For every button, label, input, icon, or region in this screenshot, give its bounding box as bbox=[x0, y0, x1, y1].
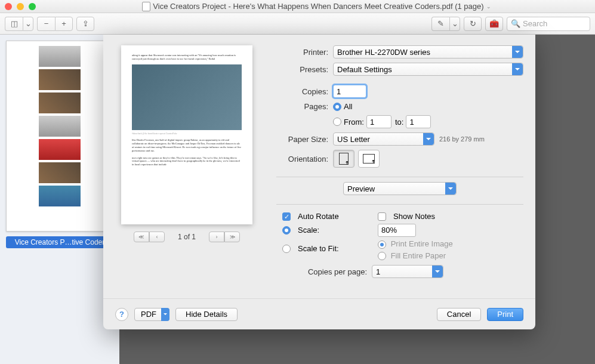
show-notes-label: Show Notes bbox=[393, 212, 435, 221]
titlebar: Vice Creators Project - Here's What Happ… bbox=[0, 0, 595, 13]
print-entire-image-label: Print Entire Image bbox=[391, 239, 453, 248]
dropdown-arrow-icon bbox=[423, 133, 434, 145]
cancel-button[interactable]: Cancel bbox=[437, 308, 481, 321]
show-notes-checkbox[interactable] bbox=[378, 212, 386, 221]
document-icon bbox=[142, 2, 150, 11]
dropdown-arrow-icon bbox=[512, 63, 523, 75]
print-preview: aking it appear that Sherman's avatar wa… bbox=[121, 45, 252, 224]
auto-rotate-label: Auto Rotate bbox=[298, 212, 339, 221]
pages-to-input[interactable] bbox=[406, 115, 431, 128]
orientation-label: Orientation: bbox=[276, 155, 333, 164]
dropdown-arrow-icon bbox=[161, 308, 169, 321]
pages-label: Pages: bbox=[276, 102, 333, 111]
orientation-landscape-button[interactable] bbox=[358, 150, 380, 168]
copies-input[interactable] bbox=[333, 85, 366, 98]
help-button[interactable]: ? bbox=[115, 308, 128, 321]
presets-select[interactable]: Default Settings bbox=[333, 63, 523, 76]
share-button[interactable]: ⇪ bbox=[76, 17, 94, 31]
printer-label: Printer: bbox=[276, 48, 333, 57]
zoom-in-button[interactable]: + bbox=[55, 17, 73, 31]
close-window-button[interactable] bbox=[5, 3, 12, 10]
search-input[interactable]: 🔍 Search bbox=[507, 17, 590, 31]
thumbnail-label: Vice Creators P…tive Coder bbox=[6, 236, 113, 248]
annotate-menu-button[interactable]: ⌄ bbox=[449, 17, 460, 31]
pages-from-radio[interactable] bbox=[333, 118, 341, 126]
print-button[interactable]: Print bbox=[487, 308, 523, 321]
pages-from-label: From: bbox=[344, 118, 364, 127]
dropdown-arrow-icon bbox=[432, 266, 443, 277]
printer-select[interactable]: Brother HL-2270DW series bbox=[333, 45, 523, 58]
orientation-portrait-button[interactable] bbox=[333, 150, 354, 168]
sidebar-toggle-button[interactable]: ◫ bbox=[5, 17, 23, 31]
rotate-button[interactable]: ↻ bbox=[464, 17, 482, 31]
pages-all-radio[interactable] bbox=[333, 103, 341, 111]
section-select[interactable]: Preview bbox=[343, 182, 457, 195]
window-title-text: Vice Creators Project - Here's What Happ… bbox=[153, 2, 483, 11]
dropdown-arrow-icon bbox=[445, 183, 456, 195]
minimize-window-button[interactable] bbox=[17, 3, 24, 10]
prev-page-button[interactable]: ‹ bbox=[149, 232, 165, 242]
preview-image bbox=[132, 64, 242, 130]
chevron-down-icon[interactable]: ⌄ bbox=[486, 4, 491, 10]
fill-entire-paper-radio bbox=[378, 252, 386, 260]
dropdown-arrow-icon bbox=[512, 46, 523, 58]
scale-radio[interactable] bbox=[282, 226, 291, 235]
search-placeholder: Search bbox=[523, 19, 547, 28]
print-entire-image-radio bbox=[378, 240, 386, 249]
thumbnail-sidebar: Vice Creators P…tive Coder bbox=[0, 35, 119, 364]
print-dialog: aking it appear that Sherman's avatar wa… bbox=[103, 35, 535, 329]
copies-label: Copies: bbox=[276, 87, 333, 96]
papersize-select[interactable]: US Letter bbox=[333, 132, 434, 146]
pages-all-label: All bbox=[344, 102, 352, 111]
scale-to-fit-label: Scale to Fit: bbox=[298, 244, 339, 253]
auto-rotate-checkbox[interactable] bbox=[282, 212, 291, 221]
papersize-label: Paper Size: bbox=[276, 135, 333, 144]
search-icon: 🔍 bbox=[511, 19, 520, 28]
copies-per-page-label: Copies per page: bbox=[276, 267, 372, 276]
zoom-window-button[interactable] bbox=[29, 3, 36, 10]
pdf-menu-button[interactable]: PDF bbox=[134, 308, 169, 321]
papersize-note: 216 by 279 mm bbox=[439, 135, 485, 143]
first-page-button[interactable]: ≪ bbox=[134, 232, 149, 242]
window-title: Vice Creators Project - Here's What Happ… bbox=[43, 2, 590, 11]
hide-details-button[interactable]: Hide Details bbox=[175, 308, 238, 321]
page-thumbnail[interactable] bbox=[6, 41, 113, 232]
scale-input[interactable] bbox=[378, 224, 416, 237]
next-page-button[interactable]: › bbox=[209, 232, 224, 242]
page-indicator: 1 of 1 bbox=[178, 233, 196, 241]
traffic-lights bbox=[5, 3, 36, 10]
annotate-button[interactable]: ✎ bbox=[431, 17, 449, 31]
markup-button[interactable]: 🧰 bbox=[485, 17, 503, 31]
pages-from-input[interactable] bbox=[366, 115, 391, 128]
sidebar-menu-button[interactable]: ⌄ bbox=[23, 17, 33, 31]
zoom-out-button[interactable]: − bbox=[37, 17, 55, 31]
copies-per-page-select[interactable]: 1 bbox=[372, 265, 443, 278]
toolbar: ◫ ⌄ − + ⇪ ✎ ⌄ ↻ 🧰 🔍 Search bbox=[0, 13, 595, 35]
fill-entire-paper-label: Fill Entire Paper bbox=[391, 251, 446, 260]
presets-label: Presets: bbox=[276, 65, 333, 74]
pages-to-label: to: bbox=[395, 118, 403, 127]
scale-label: Scale: bbox=[298, 226, 319, 235]
scale-to-fit-radio[interactable] bbox=[282, 245, 291, 253]
last-page-button[interactable]: ≫ bbox=[224, 232, 240, 242]
